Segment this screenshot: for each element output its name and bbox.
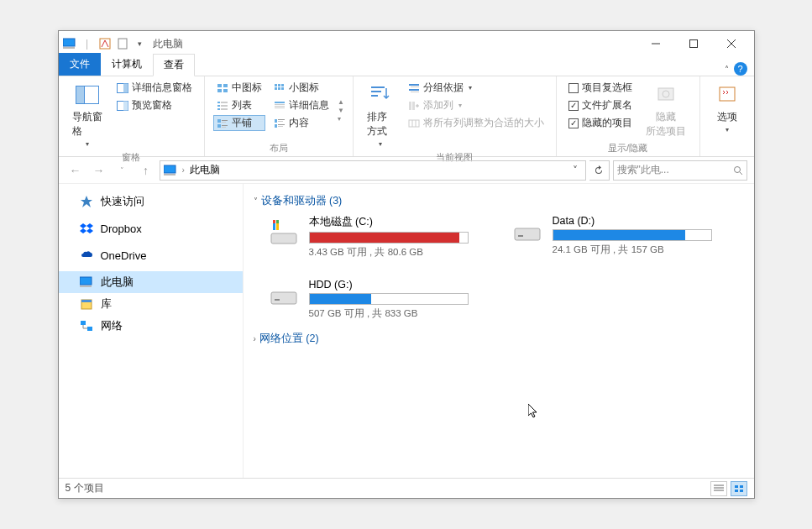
svg-rect-66 (80, 285, 92, 287)
svg-rect-28 (222, 125, 228, 126)
tab-view[interactable]: 查看 (153, 54, 195, 76)
address-input[interactable]: › 此电脑 ˅ (160, 160, 586, 181)
search-placeholder: 搜索"此电... (617, 163, 730, 177)
item-checkboxes-toggle[interactable]: 项目复选框 (565, 80, 636, 96)
group-header[interactable]: ˅设备和驱动器 (3) (254, 194, 744, 208)
up-button[interactable]: ↑ (136, 160, 156, 181)
sidebar-item-label: Dropbox (101, 223, 142, 235)
svg-rect-22 (217, 108, 220, 110)
file-ext-toggle[interactable]: ✓文件扩展名 (565, 97, 636, 113)
group-by-button[interactable]: 分组依据▾ (405, 80, 547, 96)
svg-rect-33 (275, 87, 277, 90)
sidebar-item-dropbox[interactable]: Dropbox (59, 217, 243, 239)
checkbox-checked-icon: ✓ (568, 101, 579, 111)
tab-computer[interactable]: 计算机 (101, 53, 153, 76)
maximize-button[interactable] (675, 32, 713, 55)
svg-rect-43 (275, 124, 277, 128)
sidebar-item-onedrive[interactable]: OneDrive (59, 244, 243, 266)
drive-usage-bar (309, 232, 469, 244)
view-details-button[interactable] (710, 481, 727, 496)
svg-rect-45 (278, 126, 283, 127)
svg-rect-27 (217, 124, 221, 128)
layout-medium-icons[interactable]: 中图标 (213, 80, 265, 96)
pc-icon (164, 165, 177, 176)
tab-file[interactable]: 文件 (59, 53, 101, 76)
layout-gallery-icon[interactable]: ▾ (338, 115, 344, 123)
hidden-items-toggle[interactable]: ✓隐藏的项目 (565, 115, 636, 131)
layout-tiles[interactable]: 平铺 (213, 115, 265, 131)
onedrive-icon (79, 248, 94, 263)
svg-rect-32 (281, 84, 284, 86)
svg-rect-42 (278, 121, 283, 122)
group-title: 网络位置 (2) (259, 332, 319, 346)
sidebar-item-this-pc[interactable]: 此电脑 (59, 271, 243, 293)
svg-rect-75 (276, 223, 279, 230)
sidebar-item-network[interactable]: 网络 (59, 315, 243, 337)
svg-rect-76 (515, 228, 540, 240)
ribbon-collapse-icon[interactable]: ˄ (725, 65, 729, 74)
hide-selected-icon (652, 81, 679, 108)
svg-rect-69 (81, 321, 86, 325)
content-icon (274, 118, 286, 129)
svg-rect-14 (217, 84, 222, 87)
svg-rect-18 (217, 102, 220, 103)
recent-dropdown[interactable]: ˅ (113, 160, 133, 181)
details-icon (274, 100, 286, 112)
add-columns-icon (408, 100, 420, 112)
qat-dropdown-icon[interactable]: ▾ (133, 36, 148, 51)
sidebar-item-label: OneDrive (101, 249, 147, 262)
search-input[interactable]: 搜索"此电... (613, 160, 747, 181)
close-button[interactable] (713, 32, 751, 55)
sidebar-item-libraries[interactable]: 库 (59, 293, 243, 315)
hide-selected-button: 隐藏 所选项目 (641, 80, 691, 140)
layout-list[interactable]: 列表 (213, 97, 265, 113)
nav-pane-button[interactable]: 导航窗格 ▾ (67, 80, 108, 149)
group-header[interactable]: ›网络位置 (2) (254, 332, 744, 346)
group-title: 设备和驱动器 (3) (261, 194, 343, 208)
back-button[interactable]: ← (65, 160, 86, 181)
layout-content[interactable]: 内容 (270, 115, 333, 131)
tiles-icon (217, 118, 228, 129)
drive-item[interactable]: Data (D:)24.1 GB 可用 , 共 157 GB (511, 215, 720, 259)
drive-item[interactable]: 本地磁盘 (C:)3.43 GB 可用 , 共 80.6 GB (267, 215, 477, 259)
sort-by-button[interactable]: 排序方式 ▾ (362, 80, 400, 149)
details-pane-icon (117, 82, 128, 94)
preview-pane-icon (117, 100, 128, 112)
preview-pane-button[interactable]: 预览窗格 (113, 97, 196, 113)
svg-rect-86 (740, 490, 743, 492)
layout-scroll-up[interactable]: ▲ (338, 98, 344, 106)
body: 快速访问DropboxOneDrive此电脑库网络 ˅设备和驱动器 (3)本地磁… (59, 184, 754, 478)
forward-button[interactable]: → (89, 160, 109, 181)
svg-rect-23 (221, 108, 228, 110)
svg-rect-29 (222, 127, 226, 128)
svg-rect-46 (371, 86, 385, 88)
details-pane-button[interactable]: 详细信息窗格 (113, 80, 196, 96)
add-columns-button: 添加列▾ (405, 97, 547, 113)
sidebar-item-quick-access[interactable]: 快速访问 (59, 191, 243, 212)
sidebar-item-label: 库 (101, 296, 112, 312)
svg-rect-40 (275, 119, 277, 123)
svg-rect-25 (222, 120, 228, 121)
properties-icon[interactable] (97, 36, 113, 51)
layout-scroll-down[interactable]: ▼ (338, 107, 344, 114)
options-button[interactable]: 选项 ▾ (709, 80, 746, 143)
layout-small-icons[interactable]: 小图标 (270, 80, 333, 96)
sidebar-item-label: 快速访问 (101, 194, 144, 209)
minimize-button[interactable] (637, 32, 675, 55)
svg-rect-53 (409, 102, 411, 110)
svg-rect-21 (221, 105, 228, 107)
drive-item[interactable]: HDD (G:)507 GB 可用 , 共 833 GB (267, 279, 477, 320)
svg-rect-54 (412, 102, 415, 110)
svg-rect-74 (273, 223, 275, 230)
address-dropdown-icon[interactable]: ˅ (568, 165, 582, 176)
layout-details[interactable]: 详细信息 (270, 97, 333, 113)
refresh-button[interactable] (589, 160, 610, 181)
content-pane[interactable]: ˅设备和驱动器 (3)本地磁盘 (C:)3.43 GB 可用 , 共 80.6 … (244, 184, 754, 478)
help-icon[interactable]: ? (734, 62, 747, 76)
qat-new-icon[interactable] (115, 36, 130, 51)
view-tiles-button[interactable] (731, 481, 747, 496)
svg-rect-17 (223, 89, 228, 92)
svg-rect-16 (217, 89, 222, 92)
quick-access-icon (79, 194, 94, 209)
svg-rect-77 (518, 235, 523, 237)
